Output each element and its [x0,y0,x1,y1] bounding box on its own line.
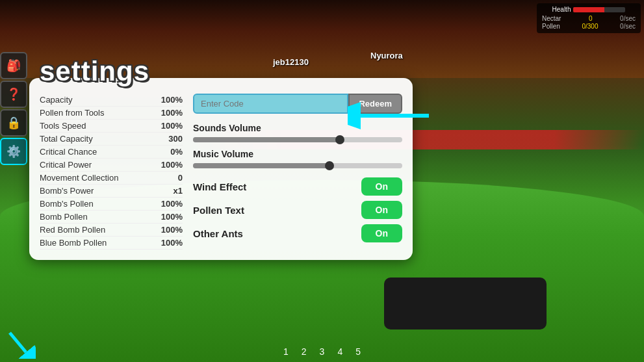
stat-name: Bomb's Pollen [40,199,94,209]
stat-name: Bomb Pollen [40,212,88,222]
stat-row: Movement Collection0 [40,172,183,185]
toggle-row: Other Ants On [193,222,402,245]
stat-row: Bomb Pollen100% [40,211,183,224]
pollen-row: Pollen 0/300 0/sec [542,23,636,30]
platform [384,278,547,330]
stat-row: Critical Power100% [40,159,183,172]
stat-row: Critical Chance0% [40,146,183,159]
page-number[interactable]: 2 [302,346,307,357]
stat-row: Bomb's Pollen100% [40,198,183,211]
page-number[interactable]: 1 [283,346,289,357]
stat-value: 0 [178,173,183,183]
toggle-label-0: Wind Effect [193,181,246,192]
music-volume-track[interactable] [193,163,402,168]
stat-value: 0% [170,147,183,157]
toggle-label-2: Other Ants [193,228,243,239]
settings-title: settings [40,56,402,87]
page-number[interactable]: 4 [337,346,342,357]
stat-row: Bomb's Powerx1 [40,185,183,198]
sidebar: 🎒 ❓ 🔒 ⚙️ [0,52,27,165]
music-volume-label: Music Volume [193,149,402,159]
health-bar-row: Health [542,6,636,13]
sounds-volume-fill [193,137,339,142]
stat-name: Pollen from Tools [40,108,104,118]
stat-name: Tools Speed [40,121,86,131]
pagination: 12345 [283,346,361,357]
health-bar-fill [573,7,604,12]
pollen-value: 0/300 [582,23,598,30]
stat-value: 300 [168,134,183,144]
stat-row: Tools Speed100% [40,120,183,133]
stats-column: Capacity100%Pollen from Tools100%Tools S… [40,94,183,250]
stat-name: Capacity [40,95,73,105]
toggle-button-2[interactable]: On [361,224,402,242]
stat-value: 100% [161,225,183,235]
music-volume-fill [193,163,329,168]
stat-value: 100% [161,212,183,222]
pollen-sec: 0/sec [620,23,636,30]
sounds-volume-track[interactable] [193,137,402,142]
stat-value: 100% [161,199,183,209]
sidebar-item-help[interactable]: ❓ [0,81,27,108]
toggle-label-1: Pollen Text [193,205,244,216]
stat-name: Critical Chance [40,147,97,157]
stat-value: 100% [161,108,183,118]
stat-name: Blue Bomb Pollen [40,238,107,248]
sidebar-item-settings[interactable]: ⚙️ [0,138,27,165]
sounds-volume-thumb[interactable] [335,135,344,144]
toggle-row: Pollen Text On [193,198,402,222]
toggles-container: Wind Effect On Pollen Text On Other Ants… [193,175,402,245]
bottom-hint-arrow [3,326,36,359]
stat-name: Total Capacity [40,134,93,144]
code-input[interactable] [193,94,348,114]
stat-name: Movement Collection [40,173,118,183]
page-number[interactable]: 3 [320,346,325,357]
stat-name: Bomb's Power [40,186,94,196]
stat-row: Total Capacity300 [40,133,183,146]
stat-row: Capacity100% [40,94,183,107]
toggle-row: Wind Effect On [193,175,402,198]
hud-panel: Health Nectar 0 0/sec Pollen 0/300 0/sec [537,3,641,33]
stat-row: Pollen from Tools100% [40,107,183,120]
health-label: Health [552,6,571,13]
nectar-label: Nectar [542,15,561,22]
svg-line-3 [10,333,26,352]
stat-value: 100% [161,238,183,248]
hint-arrow [348,96,432,135]
music-volume-section: Music Volume [193,149,402,168]
toggle-button-0[interactable]: On [361,177,402,196]
stat-value: 100% [161,95,183,105]
nectar-sec: 0/sec [620,15,636,22]
nectar-value: 0 [589,15,593,22]
stat-name: Red Bomb Pollen [40,225,105,235]
stat-value: 100% [161,160,183,170]
nectar-row: Nectar 0 0/sec [542,15,636,22]
stat-value: x1 [174,186,183,196]
sidebar-item-lock[interactable]: 🔒 [0,109,27,136]
page-number[interactable]: 5 [355,346,361,357]
toggle-button-1[interactable]: On [361,201,402,219]
health-bar-background [573,7,625,12]
stat-name: Critical Power [40,160,92,170]
stat-row: Red Bomb Pollen100% [40,224,183,237]
music-volume-thumb[interactable] [325,161,334,170]
stat-row: Blue Bomb Pollen100% [40,237,183,250]
stat-value: 100% [161,121,183,131]
sidebar-item-bag[interactable]: 🎒 [0,52,27,79]
pollen-label: Pollen [542,23,560,30]
